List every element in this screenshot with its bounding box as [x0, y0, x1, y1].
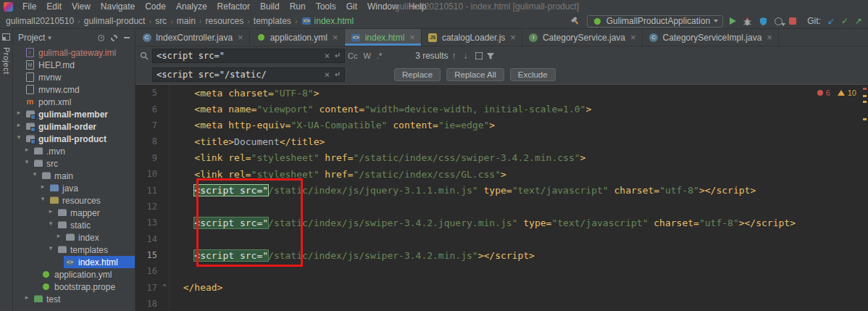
project-tool-window-icon[interactable]: [2, 33, 10, 41]
tab-catalogloader-js[interactable]: catalogLoader.js×: [422, 29, 522, 46]
menu-code[interactable]: Code: [140, 0, 171, 14]
close-icon[interactable]: ×: [238, 32, 243, 43]
tree-item-help-md[interactable]: HELP.md: [13, 59, 135, 71]
search-in-selection-icon[interactable]: [475, 52, 483, 59]
match-case-toggle[interactable]: Cc: [345, 51, 360, 60]
profiler-button[interactable]: [775, 17, 783, 25]
replace-button[interactable]: Replace: [394, 68, 441, 81]
gear-icon[interactable]: [111, 35, 117, 41]
chevron-expanded-icon[interactable]: ▾: [23, 158, 30, 165]
tree-item-mapper[interactable]: ▸mapper: [13, 207, 135, 219]
warning-stripe-mark[interactable]: [863, 118, 867, 120]
tab-categoryserviceimpl-java[interactable]: CategoryServiceImpl.java×: [643, 29, 779, 46]
tab-categoryservice-java[interactable]: CategoryService.java×: [522, 29, 643, 46]
replace-all-button[interactable]: Replace All: [446, 68, 504, 81]
menu-view[interactable]: View: [67, 0, 96, 14]
close-icon[interactable]: ×: [333, 32, 338, 43]
breadcrumb-item-resources[interactable]: resources: [205, 16, 243, 26]
menu-edit[interactable]: Edit: [41, 0, 67, 14]
locate-file-icon[interactable]: [98, 35, 104, 41]
chevron-collapsed-icon[interactable]: ▸: [55, 232, 62, 239]
filter-icon[interactable]: [486, 52, 495, 60]
tree-item-java[interactable]: ▸java: [13, 182, 135, 194]
tab-indexcontroller-java[interactable]: IndexController.java×: [135, 29, 250, 46]
search-input[interactable]: <script src=" ×: [152, 49, 345, 63]
regex-toggle[interactable]: .*: [374, 51, 385, 60]
chevron-collapsed-icon[interactable]: ▸: [23, 146, 30, 153]
tree-item-src[interactable]: ▾src: [13, 157, 135, 170]
inspections-widget[interactable]: 6 10: [817, 88, 856, 97]
tree-item-application-yml[interactable]: application.yml: [13, 268, 135, 281]
tree-item-pom-xml[interactable]: pom.xml: [13, 96, 135, 108]
menu-navigate[interactable]: Navigate: [96, 0, 140, 14]
menu-build[interactable]: Build: [255, 0, 285, 14]
breadcrumb-item-main[interactable]: main: [177, 16, 196, 26]
tree-item-index[interactable]: ▸index: [13, 231, 135, 244]
replace-input[interactable]: <script src="/static/ ×: [152, 67, 345, 82]
menu-run[interactable]: Run: [285, 0, 311, 14]
chevron-expanded-icon[interactable]: ▾: [15, 133, 22, 141]
fold-marker-icon[interactable]: ^: [157, 283, 172, 291]
chevron-expanded-icon[interactable]: ▾: [31, 170, 38, 178]
stop-button[interactable]: [789, 17, 796, 25]
tree-item-gulimall-member[interactable]: ▸gulimall-member: [13, 108, 135, 120]
tree-item-bootstrap-prope[interactable]: bootstrap.prope: [13, 281, 135, 293]
breadcrumb-item-index-html[interactable]: index.html: [301, 16, 354, 26]
tree-item-gulimall-order[interactable]: ▸gulimall-order: [13, 120, 135, 133]
menu-refactor[interactable]: Refactor: [212, 0, 255, 14]
newline-icon[interactable]: [333, 52, 341, 59]
tree-item-index-html[interactable]: index.html: [13, 256, 135, 268]
tree-item-test[interactable]: ▸test: [13, 293, 135, 305]
git-push-icon[interactable]: ↗: [855, 17, 862, 25]
close-icon[interactable]: ×: [767, 32, 772, 43]
tree-item-mvnw-cmd[interactable]: mvnw.cmd: [13, 83, 135, 96]
close-icon[interactable]: ×: [510, 32, 516, 43]
hide-panel-icon[interactable]: [124, 37, 130, 38]
menu-analyze[interactable]: Analyze: [171, 0, 212, 14]
tree-item-mvnw[interactable]: mvnw: [13, 71, 135, 83]
error-stripe-mark[interactable]: [863, 88, 867, 90]
chevron-collapsed-icon[interactable]: ▸: [23, 294, 30, 301]
breadcrumb-item-src[interactable]: src: [155, 16, 167, 26]
warning-stripe-mark[interactable]: [863, 95, 867, 97]
tab-index-html[interactable]: index.html×: [345, 29, 422, 46]
tree-item-main[interactable]: ▾main: [13, 170, 135, 182]
exclude-button[interactable]: Exclude: [510, 68, 556, 81]
git-commit-icon[interactable]: ✓: [841, 17, 848, 25]
chevron-expanded-icon[interactable]: ▾: [47, 220, 54, 227]
tree-item-gulimall-gateway-iml[interactable]: gulimall-gateway.iml: [13, 46, 135, 59]
clear-replace-icon[interactable]: ×: [325, 70, 330, 80]
project-panel-title[interactable]: Project: [18, 33, 45, 43]
chevron-collapsed-icon[interactable]: ▸: [47, 207, 54, 215]
previous-match-icon[interactable]: ↑: [448, 51, 460, 61]
intellij-logo-icon[interactable]: [4, 2, 13, 12]
chevron-collapsed-icon[interactable]: ▸: [39, 183, 46, 190]
next-match-icon[interactable]: ↓: [460, 51, 472, 61]
menu-tools[interactable]: Tools: [311, 0, 341, 14]
tab-application-yml[interactable]: application.yml×: [250, 29, 345, 46]
tree-item-resources[interactable]: ▾resources: [13, 194, 135, 207]
close-icon[interactable]: ×: [630, 32, 636, 43]
search-icon[interactable]: [138, 50, 150, 62]
debug-button[interactable]: [743, 17, 752, 26]
coverage-button[interactable]: [759, 17, 768, 26]
warning-stripe-mark[interactable]: [863, 101, 867, 103]
chevron-expanded-icon[interactable]: ▾: [39, 195, 46, 202]
breadcrumb-item-templates[interactable]: templates: [254, 16, 291, 26]
chevron-collapsed-icon[interactable]: ▸: [15, 109, 22, 116]
close-icon[interactable]: ×: [409, 32, 415, 43]
tree-item-templates[interactable]: ▾templates: [13, 244, 135, 256]
git-update-icon[interactable]: ↙: [827, 17, 835, 25]
menu-file[interactable]: File: [17, 0, 41, 14]
tree-item-static[interactable]: ▾static: [13, 219, 135, 231]
breadcrumb-item-gulimall20210510[interactable]: gulimall20210510: [6, 16, 74, 26]
tree-item-mvn[interactable]: ▸.mvn: [13, 145, 135, 157]
clear-search-icon[interactable]: ×: [325, 51, 330, 61]
menu-git[interactable]: Git: [341, 0, 362, 14]
newline-icon[interactable]: [333, 71, 341, 78]
tree-item-gulimall-product[interactable]: ▾gulimall-product: [13, 133, 135, 145]
chevron-collapsed-icon[interactable]: ▸: [15, 121, 22, 128]
words-toggle[interactable]: W: [360, 51, 373, 60]
breadcrumb-item-gulimall-product[interactable]: gulimall-product: [84, 16, 146, 26]
run-configuration-select[interactable]: GulimallProductApplication: [587, 15, 723, 28]
